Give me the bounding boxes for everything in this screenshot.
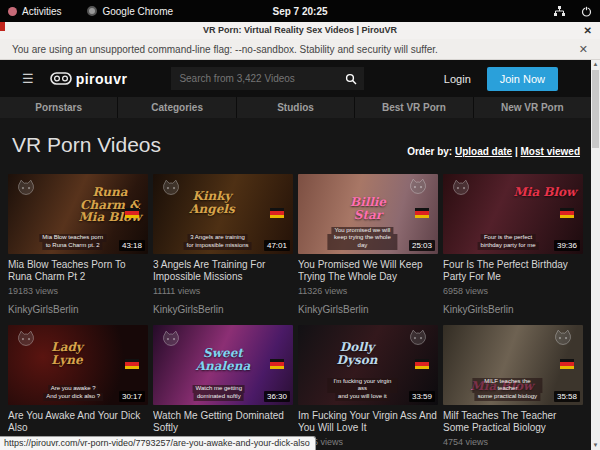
activities-button[interactable]: Activities: [8, 6, 61, 17]
scroll-down-icon[interactable]: ▼: [591, 441, 600, 450]
thumbnail-overlay-name: Mia Blow: [512, 186, 578, 199]
video-title-link[interactable]: 3 Angels Are Training For Impossible Mis…: [153, 259, 293, 282]
video-title-link[interactable]: Four Is The Perfect Birthday Party For M…: [443, 259, 583, 282]
video-channel-link[interactable]: KinkyGirlsBerlin: [153, 304, 293, 315]
video-views: 4754 views: [443, 437, 583, 447]
duration-badge: 30:17: [119, 391, 145, 402]
thumbnail-overlay-name: Dolly Dyson: [324, 341, 390, 366]
video-card[interactable]: Runa Charm & Mia Blow Mia Blow teaches p…: [8, 174, 148, 315]
infobar-message: You are using an unsupported command-lin…: [12, 44, 438, 55]
network-icon[interactable]: [554, 6, 565, 17]
caption-line-2: for impossible missions: [184, 242, 252, 250]
red-corner-artifact: [0, 22, 5, 31]
search-input[interactable]: [171, 67, 337, 90]
thumbnail-caption: Watch me getting dominated softly: [193, 385, 245, 401]
video-title-link[interactable]: Im Fucking Your Virgin Ass And You Will …: [298, 410, 438, 433]
login-link[interactable]: Login: [444, 73, 471, 85]
order-by: Order by: Upload date | Most viewed: [407, 146, 580, 157]
scroll-up-icon[interactable]: ▲: [591, 60, 600, 69]
activities-dot-icon: [8, 7, 17, 16]
nav-item-studios[interactable]: Studios: [237, 97, 354, 118]
video-title-link[interactable]: Are You Awake And Your Dick Also: [8, 410, 148, 433]
duration-badge: 35:58: [554, 391, 580, 402]
video-title-link[interactable]: Watch Me Getting Dominated Softly: [153, 410, 293, 433]
duration-badge: 43:18: [119, 240, 145, 251]
video-channel-link[interactable]: KinkyGirlsBerlin: [443, 304, 583, 315]
video-thumbnail[interactable]: Kinky Angels 3 Angels are training for i…: [153, 174, 293, 254]
video-thumbnail[interactable]: Runa Charm & Mia Blow Mia Blow teaches p…: [8, 174, 148, 254]
window-close-icon[interactable]: ✕: [584, 22, 592, 39]
clock[interactable]: Sep 7 20:25: [272, 6, 327, 17]
thumbnail-overlay-name: Sweet Analena: [190, 347, 256, 372]
power-icon[interactable]: [581, 6, 592, 17]
browser-viewport: ☰ pirouvr Login Join Now Pornstars Categ…: [0, 60, 600, 450]
scrollbar[interactable]: ▲ ▼: [591, 60, 600, 450]
activities-label: Activities: [22, 6, 61, 17]
video-thumbnail[interactable]: Dolly Dyson I'm fucking your virgin ass …: [298, 325, 438, 405]
search-button[interactable]: [337, 67, 364, 90]
video-views: 6958 views: [443, 286, 583, 296]
window-titlebar: VR Porn: Virtual Reality Sex Videos | Pi…: [0, 22, 600, 39]
nav-item-categories[interactable]: Categories: [118, 97, 235, 118]
status-bar-url: https://pirouvr.com/vr-porn-video/779325…: [0, 436, 316, 450]
video-thumbnail[interactable]: Lady Lyne Are you awake ? And your dick …: [8, 325, 148, 405]
caption-line-2: birthday party for me: [478, 242, 539, 250]
thumbnail-overlay-name: Billie Star: [335, 196, 401, 221]
site-logo[interactable]: pirouvr: [50, 71, 128, 87]
video-card[interactable]: Mia Blow Four is the perfect birthday pa…: [443, 174, 583, 315]
video-thumbnail[interactable]: Mia Blow Four is the perfect birthday pa…: [443, 174, 583, 254]
video-title-link[interactable]: Mia Blow Teaches Porn To Runa Charm Pt 2: [8, 259, 148, 282]
video-card[interactable]: Lady Lyne Are you awake ? And your dick …: [8, 325, 148, 450]
caption-line-1: I'm fucking your virgin ass: [327, 378, 397, 394]
video-channel-link[interactable]: KinkyGirlsBerlin: [298, 304, 438, 315]
hamburger-icon[interactable]: ☰: [22, 71, 34, 86]
video-thumbnail[interactable]: Billie Star You promised we will keep tr…: [298, 174, 438, 254]
main-nav: Pornstars Categories Studios Best VR Por…: [0, 97, 591, 118]
duration-badge: 47:01: [264, 240, 290, 251]
thumbnail-caption: I'm fucking your virgin ass and you will…: [327, 378, 397, 401]
duration-badge: 25:03: [409, 240, 435, 251]
chrome-icon: [87, 6, 97, 16]
cat-mask-icon: [408, 329, 428, 346]
video-grid: Runa Charm & Mia Blow Mia Blow teaches p…: [0, 157, 600, 450]
join-now-button[interactable]: Join Now: [487, 67, 558, 91]
video-title-link[interactable]: You Promised We Will Keep Trying The Who…: [298, 259, 438, 282]
cat-mask-icon: [16, 330, 36, 347]
infobar-close-icon[interactable]: ✕: [579, 43, 588, 56]
unsupported-flag-infobar: You are using an unsupported command-lin…: [0, 39, 600, 60]
thumbnail-caption: You promised we will keep trying the who…: [327, 227, 397, 250]
scrollbar-thumb[interactable]: [592, 70, 599, 148]
thumbnail-caption: 3 Angels are training for impossible mis…: [184, 234, 252, 250]
video-views: 11111 views: [153, 286, 293, 296]
video-thumbnail[interactable]: Sweet Analena Watch me getting dominated…: [153, 325, 293, 405]
video-card[interactable]: Kinky Angels 3 Angels are training for i…: [153, 174, 293, 315]
thumbnail-overlay-name: Runa Charm & Mia Blow: [77, 186, 143, 224]
logo-text: pirouvr: [76, 71, 128, 87]
caption-line-2: dominated softly: [194, 393, 244, 401]
order-upload-date-link[interactable]: Upload date: [455, 146, 512, 157]
caption-line-2: keep trying the whole day: [327, 234, 397, 250]
video-card[interactable]: Sweet Analena Watch me getting dominated…: [153, 325, 293, 450]
german-flag-icon: [270, 359, 284, 369]
nav-item-pornstars[interactable]: Pornstars: [0, 97, 117, 118]
caption-line-1: Four is the perfect: [481, 234, 535, 242]
video-card[interactable]: Mia Blow MILF teaches the teacher some p…: [443, 325, 583, 450]
app-menu-button[interactable]: Google Chrome: [87, 6, 173, 17]
order-most-viewed-link[interactable]: Most viewed: [521, 146, 580, 157]
video-channel-link[interactable]: KinkyGirlsBerlin: [8, 304, 148, 315]
system-top-bar: Activities Google Chrome Sep 7 20:25: [0, 0, 600, 22]
video-card[interactable]: Dolly Dyson I'm fucking your virgin ass …: [298, 325, 438, 450]
video-title-link[interactable]: Milf Teaches The Teacher Some Practical …: [443, 410, 583, 433]
video-thumbnail[interactable]: Mia Blow MILF teaches the teacher some p…: [443, 325, 583, 405]
cat-mask-icon: [451, 179, 471, 196]
german-flag-icon: [415, 359, 429, 369]
video-views: 11326 views: [298, 286, 438, 296]
video-card[interactable]: Billie Star You promised we will keep tr…: [298, 174, 438, 315]
nav-item-new-vr[interactable]: New VR Porn: [474, 97, 591, 118]
thumbnail-overlay-name: Kinky Angels: [179, 190, 245, 215]
german-flag-icon: [415, 208, 429, 218]
video-views: 19183 views: [8, 286, 148, 296]
caption-line-2: some practical biology: [475, 393, 540, 401]
nav-item-best-vr[interactable]: Best VR Porn: [355, 97, 472, 118]
video-views: 8795 views: [298, 437, 438, 447]
